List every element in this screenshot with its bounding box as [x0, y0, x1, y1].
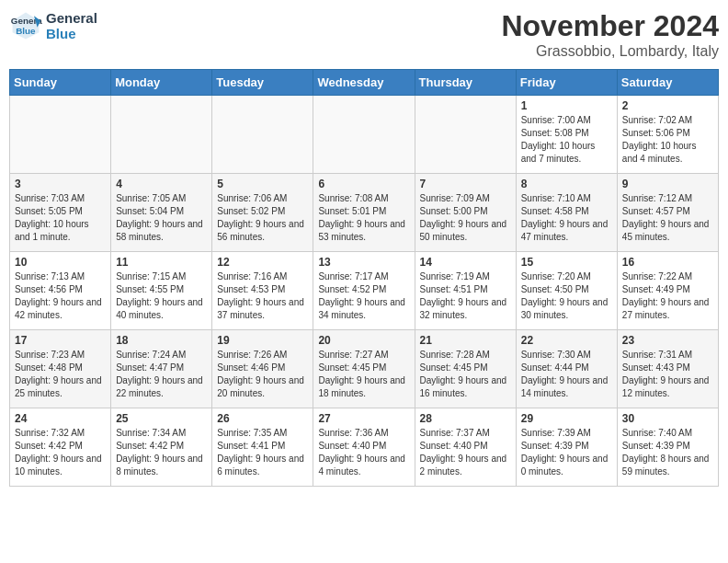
calendar-cell: 16Sunrise: 7:22 AM Sunset: 4:49 PM Dayli… [617, 252, 718, 330]
day-info: Sunrise: 7:19 AM Sunset: 4:51 PM Dayligh… [420, 270, 511, 322]
day-number: 16 [622, 256, 713, 269]
day-info: Sunrise: 7:32 AM Sunset: 4:42 PM Dayligh… [15, 427, 106, 478]
day-info: Sunrise: 7:16 AM Sunset: 4:53 PM Dayligh… [217, 270, 308, 322]
calendar-cell: 19Sunrise: 7:26 AM Sunset: 4:46 PM Dayli… [212, 330, 313, 408]
title-block: November 2024 Grassobbio, Lombardy, Ital… [501, 9, 719, 60]
calendar-cell: 1Sunrise: 7:00 AM Sunset: 5:08 PM Daylig… [516, 96, 617, 174]
calendar-cell: 5Sunrise: 7:06 AM Sunset: 5:02 PM Daylig… [212, 174, 313, 252]
day-info: Sunrise: 7:24 AM Sunset: 4:47 PM Dayligh… [116, 349, 207, 400]
day-number: 6 [318, 178, 409, 190]
day-number: 25 [116, 412, 207, 425]
header-saturday: Saturday [617, 70, 718, 96]
day-number: 3 [15, 178, 106, 190]
calendar-cell: 2Sunrise: 7:02 AM Sunset: 5:06 PM Daylig… [617, 96, 718, 174]
calendar-cell: 25Sunrise: 7:34 AM Sunset: 4:42 PM Dayli… [111, 408, 212, 487]
day-info: Sunrise: 7:15 AM Sunset: 4:55 PM Dayligh… [116, 270, 207, 322]
day-info: Sunrise: 7:05 AM Sunset: 5:04 PM Dayligh… [116, 192, 207, 244]
day-info: Sunrise: 7:26 AM Sunset: 4:46 PM Dayligh… [217, 349, 308, 400]
day-number: 24 [15, 412, 106, 425]
header-sunday: Sunday [10, 70, 111, 96]
day-number: 23 [622, 334, 713, 347]
calendar-cell: 27Sunrise: 7:36 AM Sunset: 4:40 PM Dayli… [313, 408, 415, 487]
calendar-cell: 8Sunrise: 7:10 AM Sunset: 4:58 PM Daylig… [516, 174, 617, 252]
day-info: Sunrise: 7:08 AM Sunset: 5:01 PM Dayligh… [318, 192, 409, 244]
day-info: Sunrise: 7:37 AM Sunset: 4:40 PM Dayligh… [420, 427, 511, 478]
calendar-cell: 13Sunrise: 7:17 AM Sunset: 4:52 PM Dayli… [313, 252, 415, 330]
day-number: 13 [318, 256, 409, 269]
day-number: 7 [420, 178, 511, 190]
svg-text:Blue: Blue [16, 26, 36, 36]
day-info: Sunrise: 7:36 AM Sunset: 4:40 PM Dayligh… [318, 427, 409, 478]
day-number: 14 [420, 256, 511, 269]
calendar-cell: 29Sunrise: 7:39 AM Sunset: 4:39 PM Dayli… [516, 408, 617, 487]
calendar-cell: 6Sunrise: 7:08 AM Sunset: 5:01 PM Daylig… [313, 174, 415, 252]
calendar-cell [111, 96, 212, 174]
day-info: Sunrise: 7:03 AM Sunset: 5:05 PM Dayligh… [15, 192, 106, 244]
day-info: Sunrise: 7:28 AM Sunset: 4:45 PM Dayligh… [420, 349, 511, 400]
day-number: 19 [217, 334, 308, 347]
day-number: 27 [318, 412, 409, 425]
day-info: Sunrise: 7:20 AM Sunset: 4:50 PM Dayligh… [521, 270, 612, 322]
day-number: 29 [521, 412, 612, 425]
day-info: Sunrise: 7:17 AM Sunset: 4:52 PM Dayligh… [318, 270, 409, 322]
day-number: 10 [15, 256, 106, 269]
calendar-cell: 28Sunrise: 7:37 AM Sunset: 4:40 PM Dayli… [415, 408, 516, 487]
day-info: Sunrise: 7:09 AM Sunset: 5:00 PM Dayligh… [420, 192, 511, 244]
calendar-header: SundayMondayTuesdayWednesdayThursdayFrid… [10, 70, 719, 96]
day-info: Sunrise: 7:23 AM Sunset: 4:48 PM Dayligh… [15, 349, 106, 400]
day-number: 11 [116, 256, 207, 269]
day-info: Sunrise: 7:27 AM Sunset: 4:45 PM Dayligh… [318, 349, 409, 400]
day-number: 17 [15, 334, 106, 347]
calendar-cell: 3Sunrise: 7:03 AM Sunset: 5:05 PM Daylig… [10, 174, 111, 252]
day-info: Sunrise: 7:13 AM Sunset: 4:56 PM Dayligh… [15, 270, 106, 322]
calendar-cell: 4Sunrise: 7:05 AM Sunset: 5:04 PM Daylig… [111, 174, 212, 252]
calendar-cell: 10Sunrise: 7:13 AM Sunset: 4:56 PM Dayli… [10, 252, 111, 330]
day-info: Sunrise: 7:00 AM Sunset: 5:08 PM Dayligh… [521, 114, 612, 166]
calendar-cell [10, 96, 111, 174]
logo-blue: Blue [46, 26, 97, 41]
calendar-cell: 21Sunrise: 7:28 AM Sunset: 4:45 PM Dayli… [415, 330, 516, 408]
calendar-cell: 22Sunrise: 7:30 AM Sunset: 4:44 PM Dayli… [516, 330, 617, 408]
calendar-cell: 24Sunrise: 7:32 AM Sunset: 4:42 PM Dayli… [10, 408, 111, 487]
day-number: 5 [217, 178, 308, 190]
day-info: Sunrise: 7:34 AM Sunset: 4:42 PM Dayligh… [116, 427, 207, 478]
day-number: 15 [521, 256, 612, 269]
header-friday: Friday [516, 70, 617, 96]
day-number: 1 [521, 99, 612, 112]
calendar-cell: 17Sunrise: 7:23 AM Sunset: 4:48 PM Dayli… [10, 330, 111, 408]
calendar-cell [415, 96, 516, 174]
logo-icon: General Blue [9, 9, 42, 42]
day-number: 9 [622, 178, 713, 190]
header-monday: Monday [111, 70, 212, 96]
day-info: Sunrise: 7:35 AM Sunset: 4:41 PM Dayligh… [217, 427, 308, 478]
calendar-cell: 14Sunrise: 7:19 AM Sunset: 4:51 PM Dayli… [415, 252, 516, 330]
day-number: 2 [622, 99, 713, 112]
day-number: 4 [116, 178, 207, 190]
day-number: 28 [420, 412, 511, 425]
day-info: Sunrise: 7:12 AM Sunset: 4:57 PM Dayligh… [622, 192, 713, 244]
location: Grassobbio, Lombardy, Italy [501, 43, 719, 60]
day-number: 12 [217, 256, 308, 269]
calendar-cell: 20Sunrise: 7:27 AM Sunset: 4:45 PM Dayli… [313, 330, 415, 408]
header-tuesday: Tuesday [212, 70, 313, 96]
day-info: Sunrise: 7:39 AM Sunset: 4:39 PM Dayligh… [521, 427, 612, 478]
day-number: 20 [318, 334, 409, 347]
header-thursday: Thursday [415, 70, 516, 96]
calendar-cell: 7Sunrise: 7:09 AM Sunset: 5:00 PM Daylig… [415, 174, 516, 252]
day-number: 30 [622, 412, 713, 425]
header: General Blue General Blue November 2024 … [9, 9, 719, 60]
day-number: 8 [521, 178, 612, 190]
logo: General Blue General Blue [9, 9, 97, 42]
calendar-cell [212, 96, 313, 174]
calendar-cell: 23Sunrise: 7:31 AM Sunset: 4:43 PM Dayli… [617, 330, 718, 408]
day-number: 18 [116, 334, 207, 347]
day-info: Sunrise: 7:40 AM Sunset: 4:39 PM Dayligh… [622, 427, 713, 478]
month-title: November 2024 [501, 9, 719, 43]
calendar-cell: 15Sunrise: 7:20 AM Sunset: 4:50 PM Dayli… [516, 252, 617, 330]
day-info: Sunrise: 7:10 AM Sunset: 4:58 PM Dayligh… [521, 192, 612, 244]
day-number: 26 [217, 412, 308, 425]
calendar-cell: 12Sunrise: 7:16 AM Sunset: 4:53 PM Dayli… [212, 252, 313, 330]
header-wednesday: Wednesday [313, 70, 415, 96]
day-info: Sunrise: 7:06 AM Sunset: 5:02 PM Dayligh… [217, 192, 308, 244]
logo-general: General [46, 10, 97, 26]
